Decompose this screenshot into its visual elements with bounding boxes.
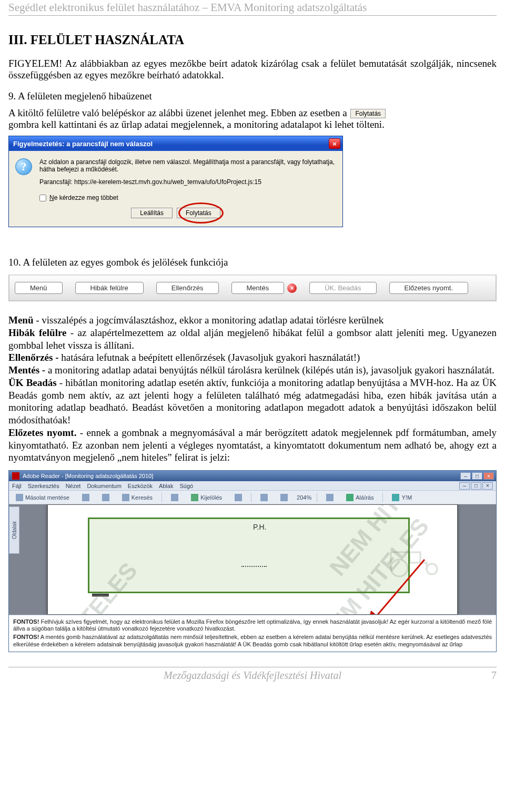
menu-view[interactable]: Nézet — [66, 483, 81, 489]
help-icon — [392, 494, 399, 501]
separator — [251, 493, 251, 502]
intro-paragraph: FIGYELEM! Az alábbiakban az egyes mezőkb… — [8, 58, 497, 81]
save-button[interactable]: Mentés — [231, 282, 285, 294]
menu-file[interactable]: Fájl — [12, 483, 22, 489]
preview-print-button[interactable]: Előzetes nyomt. — [389, 282, 469, 294]
tractor-watermark-icon — [383, 536, 447, 578]
menu-tools[interactable]: Eszközök — [128, 483, 153, 489]
menu-document[interactable]: Dokumentum — [87, 483, 121, 489]
menu-button[interactable]: Menü — [15, 282, 63, 294]
adobe-document-stage: Oldalak DMON010 P.H. NEM HITELES NEM HIT… — [9, 504, 496, 615]
adobe-toolbar: Másolat mentése Keresés Kijelölés 204% A… — [9, 491, 496, 504]
separator — [317, 493, 317, 502]
pdf-page: DMON010 P.H. NEM HITELES NEM HITELES ITE… — [47, 504, 458, 615]
sign-button[interactable]: Aláírás — [342, 493, 377, 502]
item9-line2: gombra kell kattintani és az űrlap adata… — [8, 119, 385, 130]
signature-icon — [346, 494, 354, 501]
stop-button[interactable]: Leállítás — [131, 208, 173, 218]
adobe-info-bar: FONTOS! Felhívjuk szíves figyelmét, hogy… — [9, 615, 496, 652]
hand-tool-button[interactable] — [167, 493, 182, 502]
zoom-out-button[interactable] — [257, 493, 271, 502]
desc-menu: Menü - visszalépés a jogcímválasztáshoz,… — [8, 314, 497, 327]
minimize-icon[interactable]: – — [460, 472, 471, 480]
zoom-in-icon — [280, 494, 288, 501]
doc-maximize-icon[interactable]: □ — [471, 482, 481, 490]
dont-ask-checkbox[interactable] — [39, 195, 46, 201]
dialog-message-2: Parancsfájl: https://e-kerelem-teszt.mvh… — [39, 178, 336, 186]
app-toolbar: Menü Hibák felülre Ellenőrzés Mentés × Ü… — [8, 275, 497, 301]
desc-errors: Hibák felülre - az alapértelmezettem az … — [8, 327, 497, 352]
rotate-icon — [326, 494, 334, 501]
desc-check: Ellenőrzés - hatására lefutnak a beépíte… — [8, 351, 497, 364]
separator — [382, 493, 383, 502]
adobe-menubar: Fájl Szerkesztés Nézet Dokumentum Eszköz… — [9, 481, 496, 491]
disk-icon — [16, 494, 23, 501]
desc-preview: Előzetes nyomt. - ennek a gombnak a megn… — [8, 427, 497, 464]
pdf-icon — [12, 472, 19, 480]
camera-icon — [235, 494, 242, 501]
item9-line1: A kitöltő felületre való belépéskor az a… — [8, 107, 347, 118]
adobe-titlebar: Adobe Reader - [Monitoring adatszolgálta… — [9, 471, 496, 481]
mail-icon — [102, 494, 109, 501]
warning-dialog: Figyelmeztetés: a parancsfájl nem válasz… — [8, 136, 343, 227]
svg-point-0 — [391, 560, 408, 576]
errors-up-button[interactable]: Hibák felülre — [75, 282, 144, 294]
document-footer: Mezőgazdasági és Vidékfejlesztési Hivata… — [8, 667, 497, 692]
dialog-title: Figyelmeztetés: a parancsfájl nem válasz… — [13, 140, 153, 148]
zoom-percent: 204% — [297, 494, 311, 501]
search-icon — [122, 494, 129, 501]
form-green-box — [88, 517, 410, 593]
rotate-button[interactable] — [322, 493, 337, 502]
dialog-titlebar: Figyelmeztetés: a parancsfájl nem válasz… — [9, 136, 342, 151]
section-title: III. FELÜLET HASZNÁLATA — [8, 33, 497, 47]
hand-icon — [171, 494, 178, 501]
doc-minimize-icon[interactable]: – — [459, 482, 470, 490]
menu-window[interactable]: Ablak — [159, 483, 174, 489]
maximize-icon[interactable]: □ — [472, 472, 482, 480]
separator — [161, 493, 162, 502]
zoom-in-button[interactable] — [277, 493, 291, 502]
inline-continue-button: Folytatás — [350, 109, 386, 118]
item10-heading: 10. A felületen az egyes gombok és jelöl… — [8, 257, 497, 268]
desc-uk: ÜK Beadás - hibátlan monitoring adatlap … — [8, 377, 497, 427]
doc-close-icon[interactable]: × — [482, 482, 493, 490]
select-button[interactable]: Kijelölés — [187, 493, 226, 502]
menu-edit[interactable]: Szerkesztés — [28, 483, 59, 489]
footer-org: Mezőgazdasági és Vidékfejlesztési Hivata… — [164, 669, 341, 682]
adobe-reader-window: Adobe Reader - [Monitoring adatszolgálta… — [8, 470, 497, 652]
help-button[interactable]: Y!M — [388, 493, 416, 502]
menu-help[interactable]: Súgó — [179, 483, 193, 489]
mail-button[interactable] — [98, 493, 113, 502]
save-copy-button[interactable]: Másolat mentése — [12, 493, 73, 502]
dialog-message-1: Az oldalon a parancsfájl dolgozik, illet… — [39, 158, 336, 173]
dotted-line — [241, 566, 267, 567]
dont-ask-label: NNe kérdezze meg többete kérdezze meg tö… — [49, 194, 118, 201]
printer-icon — [82, 494, 89, 501]
check-button[interactable]: Ellenőrzés — [156, 282, 219, 294]
info-line-2: FONTOS! A mentés gomb használatával az a… — [13, 634, 492, 647]
close-icon[interactable]: × — [329, 138, 340, 149]
question-icon: ? — [15, 158, 32, 175]
text-select-icon — [191, 494, 198, 501]
close-badge-icon: × — [287, 283, 297, 293]
print-button[interactable] — [78, 493, 93, 502]
continue-button[interactable]: Folytatás — [177, 208, 220, 218]
item9-paragraph: A kitöltő felületre való belépéskor az a… — [8, 107, 497, 130]
snapshot-button[interactable] — [231, 493, 246, 502]
ph-label: P.H. — [253, 523, 266, 531]
adobe-title-text: Adobe Reader - [Monitoring adatszolgálta… — [23, 473, 153, 479]
page-number: 7 — [341, 669, 497, 682]
item9-heading: 9. A felületen megjelenő hibaüzenet — [8, 90, 497, 102]
document-header: Segédlet elektronikus felület használatá… — [8, 0, 497, 16]
submit-button[interactable]: ÜK. Beadás — [309, 282, 376, 294]
close-icon[interactable]: × — [483, 472, 494, 480]
pages-panel-tab[interactable]: Oldalak — [9, 506, 19, 554]
info-line-1: FONTOS! Felhívjuk szíves figyelmét, hogy… — [13, 618, 492, 632]
svg-point-1 — [427, 564, 437, 574]
desc-save: Mentés - a monitoring adatlap adatai ben… — [8, 364, 497, 377]
search-button[interactable]: Keresés — [118, 493, 156, 502]
zoom-out-icon — [260, 494, 268, 501]
